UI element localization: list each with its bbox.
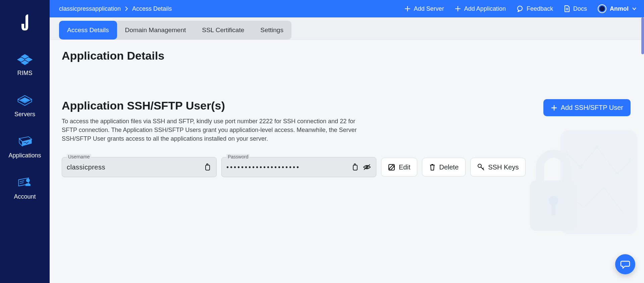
ssh-description: To access the application files via SSH … bbox=[62, 117, 370, 143]
add-application-label: Add Application bbox=[464, 5, 506, 12]
password-label: Password bbox=[226, 154, 250, 159]
breadcrumb: classicpressapplication Access Details bbox=[59, 5, 172, 12]
username-input[interactable] bbox=[67, 163, 200, 171]
ssh-heading: Application SSH/SFTP User(s) bbox=[62, 99, 535, 112]
username-label: Username bbox=[67, 154, 91, 159]
sidebar-item-label: Servers bbox=[14, 111, 35, 118]
applications-icon bbox=[16, 135, 34, 149]
svg-rect-22 bbox=[551, 203, 555, 215]
ssh-user-row: Username Password Ed bbox=[62, 157, 631, 177]
password-field: Password bbox=[221, 157, 376, 177]
add-server-button[interactable]: Add Server bbox=[405, 5, 444, 12]
plus-icon bbox=[405, 6, 411, 12]
tab-ssl-certificate[interactable]: SSL Certificate bbox=[194, 21, 252, 40]
eye-off-icon[interactable] bbox=[363, 163, 371, 171]
svg-line-12 bbox=[20, 183, 23, 184]
tabs-row: Access Details Domain Management SSL Cer… bbox=[50, 17, 644, 40]
tab-label: Settings bbox=[260, 26, 283, 34]
ssh-keys-button[interactable]: SSH Keys bbox=[470, 158, 526, 176]
copy-icon[interactable] bbox=[203, 163, 212, 171]
copy-icon[interactable] bbox=[351, 163, 359, 171]
sidebar: RIMS Servers Applications bbox=[0, 0, 50, 283]
plus-icon bbox=[455, 6, 461, 12]
docs-button[interactable]: Docs bbox=[564, 5, 587, 12]
sidebar-item-account[interactable]: Account bbox=[0, 176, 50, 200]
tab-label: Access Details bbox=[67, 26, 109, 34]
svg-point-21 bbox=[549, 196, 558, 205]
delete-button[interactable]: Delete bbox=[422, 158, 466, 176]
tab-settings[interactable]: Settings bbox=[252, 21, 291, 40]
account-icon bbox=[16, 176, 34, 190]
sidebar-item-label: Account bbox=[14, 193, 36, 200]
tab-label: Domain Management bbox=[125, 26, 186, 34]
topbar: classicpressapplication Access Details A… bbox=[50, 0, 644, 17]
svg-rect-23 bbox=[206, 165, 210, 170]
avatar-icon bbox=[598, 4, 606, 13]
svg-rect-24 bbox=[353, 165, 357, 170]
sidebar-item-rims[interactable]: RIMS bbox=[0, 52, 50, 77]
feedback-label: Feedback bbox=[527, 5, 553, 12]
tab-access-details[interactable]: Access Details bbox=[59, 21, 117, 40]
user-name: Anmol bbox=[610, 5, 629, 12]
breadcrumb-app[interactable]: classicpressapplication bbox=[59, 5, 121, 12]
delete-label: Delete bbox=[439, 163, 459, 171]
sidebar-item-label: Applications bbox=[8, 152, 41, 159]
chat-fab-button[interactable] bbox=[615, 254, 635, 274]
svg-rect-14 bbox=[560, 130, 637, 234]
sidebar-item-label: RIMS bbox=[17, 70, 33, 77]
document-icon bbox=[564, 5, 570, 12]
main-column: classicpressapplication Access Details A… bbox=[50, 0, 644, 283]
breadcrumb-page[interactable]: Access Details bbox=[132, 5, 172, 12]
username-field: Username bbox=[62, 157, 217, 177]
svg-marker-5 bbox=[20, 97, 30, 102]
scrollbar[interactable] bbox=[641, 17, 644, 54]
topbar-actions: Add Server Add Application Feedback Docs bbox=[405, 4, 637, 13]
svg-point-13 bbox=[518, 6, 522, 11]
page-title: Application Details bbox=[62, 49, 631, 62]
docs-label: Docs bbox=[573, 5, 587, 12]
sidebar-item-servers[interactable]: Servers bbox=[0, 93, 50, 118]
svg-point-15 bbox=[566, 152, 568, 155]
user-menu[interactable]: Anmol bbox=[598, 4, 637, 13]
chevron-down-icon bbox=[632, 7, 637, 10]
content: Application Details Application SSH/SFTP… bbox=[50, 40, 644, 283]
rims-icon bbox=[16, 52, 34, 66]
add-ssh-user-button[interactable]: Add SSH/SFTP User bbox=[543, 99, 631, 116]
plus-icon bbox=[551, 104, 557, 111]
servers-icon bbox=[16, 93, 34, 108]
tab-domain-management[interactable]: Domain Management bbox=[117, 21, 194, 40]
add-ssh-user-label: Add SSH/SFTP User bbox=[561, 104, 623, 112]
svg-line-11 bbox=[20, 181, 24, 182]
trash-icon bbox=[429, 163, 436, 171]
feedback-button[interactable]: Feedback bbox=[517, 5, 553, 12]
add-server-label: Add Server bbox=[414, 5, 444, 12]
chat-icon bbox=[517, 5, 523, 12]
sidebar-item-applications[interactable]: Applications bbox=[0, 135, 50, 159]
brand-logo bbox=[17, 13, 32, 32]
edit-icon bbox=[388, 163, 395, 171]
add-application-button[interactable]: Add Application bbox=[455, 5, 506, 12]
tabs: Access Details Domain Management SSL Cer… bbox=[59, 21, 291, 40]
chevron-right-icon bbox=[125, 6, 128, 11]
svg-rect-20 bbox=[530, 181, 577, 231]
svg-point-10 bbox=[26, 179, 30, 182]
password-input[interactable] bbox=[226, 163, 347, 171]
ssh-keys-label: SSH Keys bbox=[488, 163, 519, 171]
chat-bubble-icon bbox=[620, 259, 630, 269]
tab-label: SSL Certificate bbox=[202, 26, 244, 34]
ssh-section-header: Application SSH/SFTP User(s) To access t… bbox=[62, 99, 631, 143]
svg-point-17 bbox=[596, 146, 598, 148]
svg-marker-7 bbox=[19, 139, 22, 146]
edit-label: Edit bbox=[399, 163, 410, 171]
edit-button[interactable]: Edit bbox=[381, 158, 417, 176]
key-icon bbox=[477, 163, 485, 171]
